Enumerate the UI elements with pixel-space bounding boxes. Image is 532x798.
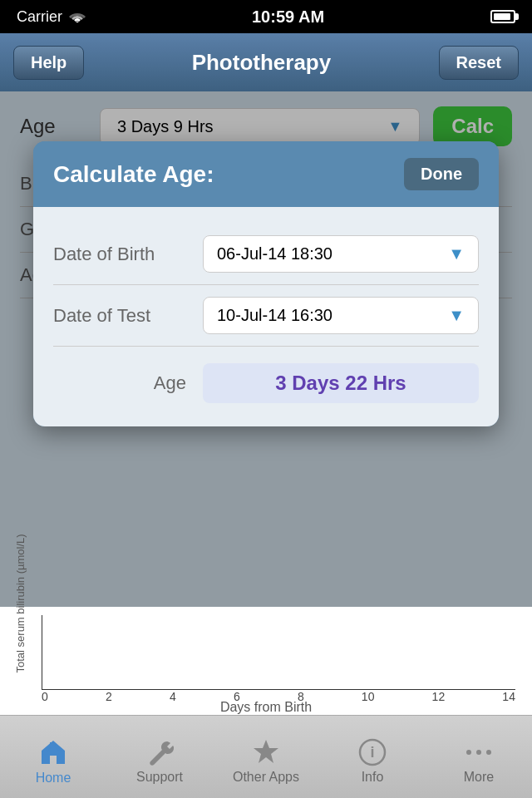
age-result-value: 3 Days 22 Hrs bbox=[203, 363, 479, 403]
dob-dropdown[interactable]: 06-Jul-14 18:30 ▼ bbox=[203, 235, 479, 273]
tab-bar: Home Support Other Apps i Info More bbox=[0, 715, 532, 798]
svg-point-4 bbox=[466, 750, 471, 755]
age-result-row: Age 3 Days 22 Hrs bbox=[53, 347, 479, 410]
dot-dropdown[interactable]: 10-Jul-14 16:30 ▼ bbox=[203, 297, 479, 334]
y-axis bbox=[42, 615, 42, 690]
wrench-icon bbox=[145, 738, 174, 766]
carrier-text: Carrier bbox=[17, 8, 62, 26]
dot-label: Date of Test bbox=[53, 305, 203, 327]
tab-home[interactable]: Home bbox=[0, 716, 106, 798]
tab-support[interactable]: Support bbox=[106, 716, 213, 798]
dot-chevron-icon: ▼ bbox=[448, 306, 465, 325]
tab-info[interactable]: i Info bbox=[319, 716, 426, 798]
star-icon bbox=[252, 738, 280, 766]
time-label: 10:59 AM bbox=[252, 7, 324, 27]
modal-title: Calculate Age: bbox=[53, 161, 214, 188]
dob-label: Date of Birth bbox=[53, 244, 203, 265]
calculate-age-modal: Calculate Age: Done Date of Birth 06-Jul… bbox=[33, 141, 499, 426]
nav-bar: Help Phototherapy Reset bbox=[0, 33, 532, 91]
modal-header: Calculate Age: Done bbox=[33, 141, 499, 207]
dot-row: Date of Test 10-Jul-14 16:30 ▼ bbox=[53, 285, 479, 347]
info-icon: i bbox=[358, 738, 387, 766]
tab-more[interactable]: More bbox=[426, 716, 532, 798]
modal-body: Date of Birth 06-Jul-14 18:30 ▼ Date of … bbox=[33, 207, 499, 426]
svg-rect-1 bbox=[50, 742, 53, 747]
main-content: Age 3 Days 9 Hrs ▼ Calc Bil Ge Ac Calcul… bbox=[0, 91, 532, 715]
dob-value: 06-Jul-14 18:30 bbox=[217, 244, 332, 264]
svg-point-0 bbox=[76, 22, 79, 23]
more-icon bbox=[465, 738, 493, 766]
x-axis-title: Days from Birth bbox=[0, 700, 532, 715]
status-bar: Carrier 10:59 AM bbox=[0, 0, 532, 33]
y-axis-label: Total serum bilirubin (µmol/L) bbox=[0, 615, 40, 690]
support-tab-label: Support bbox=[136, 770, 183, 785]
dob-row: Date of Birth 06-Jul-14 18:30 ▼ bbox=[53, 224, 479, 285]
help-button[interactable]: Help bbox=[13, 46, 84, 80]
chart-area: Total serum bilirubin (µmol/L) 0 2 4 6 8… bbox=[0, 607, 532, 715]
svg-text:i: i bbox=[370, 744, 374, 761]
tab-other-apps[interactable]: Other Apps bbox=[213, 716, 319, 798]
svg-point-6 bbox=[486, 750, 491, 755]
info-tab-label: Info bbox=[362, 770, 384, 785]
battery-icon bbox=[490, 10, 515, 23]
reset-button[interactable]: Reset bbox=[439, 46, 519, 80]
home-icon bbox=[38, 737, 68, 767]
dob-chevron-icon: ▼ bbox=[448, 244, 465, 264]
carrier-label: Carrier bbox=[17, 8, 86, 26]
home-tab-label: Home bbox=[36, 771, 71, 786]
done-button[interactable]: Done bbox=[404, 158, 479, 190]
dot-value: 10-Jul-14 16:30 bbox=[217, 306, 332, 325]
svg-point-5 bbox=[476, 750, 481, 755]
page-title: Phototherapy bbox=[192, 50, 332, 76]
wifi-icon bbox=[69, 11, 86, 22]
more-tab-label: More bbox=[464, 770, 494, 785]
other-apps-tab-label: Other Apps bbox=[233, 770, 299, 785]
age-result-label: Age bbox=[53, 372, 203, 394]
